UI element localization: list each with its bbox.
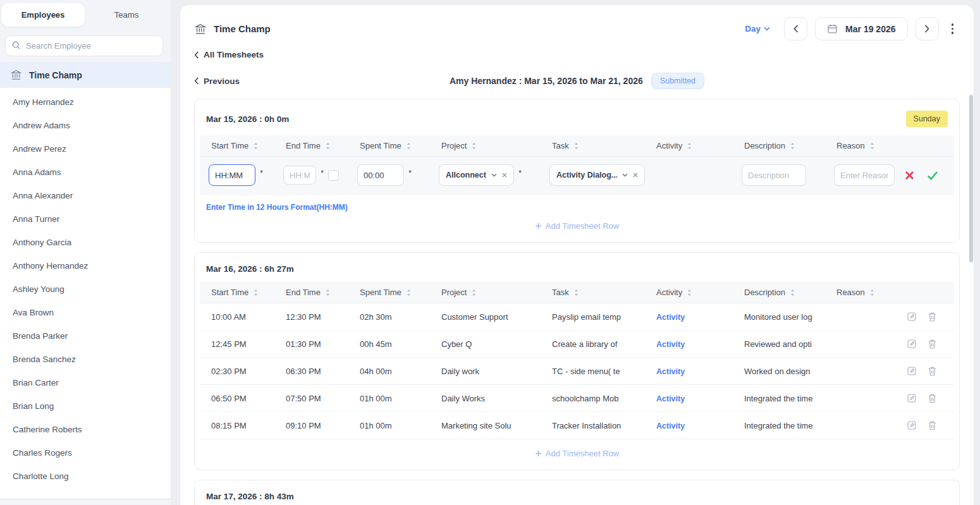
sort-icon xyxy=(790,289,795,296)
employee-name: Anthony Garcia xyxy=(13,238,71,247)
status-badge: Submitted xyxy=(651,73,704,89)
sort-icon xyxy=(325,142,331,150)
sidebar-item-employee[interactable]: Ashley Young xyxy=(0,277,171,301)
activity-link[interactable]: Activity xyxy=(656,367,685,376)
column-header[interactable]: Task xyxy=(541,288,645,297)
cell-task: schoolchamp Mob xyxy=(541,394,645,403)
table-row: 06:50 PM 07:50 PM 01h 00m Daily Works sc… xyxy=(200,385,954,412)
sidebar-item-employee[interactable]: Brian Long xyxy=(0,394,171,418)
end-time-input[interactable] xyxy=(283,166,316,185)
period-label: Day xyxy=(745,24,761,33)
description-input[interactable] xyxy=(742,164,806,186)
start-time-input[interactable] xyxy=(209,164,255,186)
previous-label: Previous xyxy=(204,76,240,86)
column-header[interactable]: Activity xyxy=(645,288,733,297)
more-options-button[interactable] xyxy=(946,20,959,38)
sidebar-item-employee[interactable]: Brenda Sanchez xyxy=(0,348,171,371)
date-picker-button[interactable]: Mar 19 2026 xyxy=(815,17,907,40)
tab-employees[interactable]: Employees xyxy=(1,3,85,27)
column-header[interactable]: Activity xyxy=(645,141,733,150)
delete-row-icon[interactable] xyxy=(928,420,937,430)
chevron-down-icon xyxy=(622,173,628,177)
employee-name: Brenda Sanchez xyxy=(13,355,76,364)
column-header[interactable]: Reason xyxy=(825,288,889,297)
column-header[interactable]: Spent Time xyxy=(348,288,430,297)
column-header[interactable]: End Time xyxy=(274,288,348,297)
clear-icon[interactable] xyxy=(633,173,638,178)
project-select[interactable]: Allconnect xyxy=(439,164,514,186)
sidebar-item-employee[interactable]: Charles Rogers xyxy=(0,441,171,465)
end-time-checkbox[interactable] xyxy=(328,170,339,181)
edit-row-icon[interactable] xyxy=(907,366,917,376)
sidebar-item-employee[interactable]: Anthony Garcia xyxy=(0,231,171,254)
add-timesheet-row-button[interactable]: Add Timesheet Row xyxy=(200,439,954,465)
clear-icon[interactable] xyxy=(502,173,507,178)
activity-link[interactable]: Activity xyxy=(656,422,685,430)
edit-row-icon[interactable] xyxy=(907,312,917,322)
column-header[interactable]: Start Time xyxy=(200,288,274,297)
cell-spent-time: 01h 00m xyxy=(348,421,430,430)
activity-link[interactable]: Activity xyxy=(656,313,685,322)
confirm-icon[interactable] xyxy=(927,171,938,180)
employee-list: Amy HernandezAndrew AdamsAndrew PerezAnn… xyxy=(0,88,171,488)
previous-link[interactable]: Previous xyxy=(194,76,314,86)
column-header-label: Task xyxy=(552,141,569,150)
sidebar-item-employee[interactable]: Charlotte Long xyxy=(0,465,171,488)
edit-row-icon[interactable] xyxy=(907,420,917,430)
sidebar-item-employee[interactable]: Brenda Parker xyxy=(0,324,171,348)
sidebar-item-employee[interactable]: Anna Adams xyxy=(0,161,171,184)
chevron-down-icon xyxy=(764,27,770,31)
column-header[interactable]: End Time xyxy=(274,141,348,150)
period-dropdown[interactable]: Day xyxy=(745,24,770,33)
spent-time-input[interactable] xyxy=(357,164,404,186)
next-date-button[interactable] xyxy=(916,17,939,40)
add-timesheet-row-button[interactable]: Add Timesheet Row xyxy=(200,212,954,237)
sidebar-item-employee[interactable]: Anna Alexander xyxy=(0,184,171,207)
task-select[interactable]: Activity Dialog... xyxy=(549,164,645,186)
column-header[interactable]: Description xyxy=(733,141,825,150)
column-header[interactable]: Spent Time xyxy=(348,141,430,150)
cancel-icon[interactable] xyxy=(905,171,914,180)
back-all-timesheets[interactable]: All Timesheets xyxy=(180,40,278,59)
delete-row-icon[interactable] xyxy=(928,393,937,403)
sidebar-item-org[interactable]: Time Champ xyxy=(0,62,171,88)
delete-row-icon[interactable] xyxy=(928,339,937,349)
sidebar-item-employee[interactable]: Anna Turner xyxy=(0,207,171,231)
edit-row-icon[interactable] xyxy=(907,393,917,403)
prev-date-button[interactable] xyxy=(784,17,807,40)
sidebar-item-employee[interactable]: Amy Hernandez xyxy=(0,90,171,114)
employee-name: Brian Long xyxy=(13,401,54,411)
search-icon xyxy=(11,40,21,52)
reason-input[interactable] xyxy=(834,164,895,186)
sidebar-item-employee[interactable]: Andrew Perez xyxy=(0,137,171,161)
delete-row-icon[interactable] xyxy=(928,312,937,322)
column-header[interactable]: Description xyxy=(733,288,825,297)
sidebar-item-employee[interactable]: Andrew Adams xyxy=(0,114,171,137)
edit-row-icon[interactable] xyxy=(907,339,917,349)
employee-name: Charlotte Long xyxy=(13,472,69,481)
search-employee-input[interactable] xyxy=(5,35,163,56)
sidebar-item-employee[interactable]: Ava Brown xyxy=(0,301,171,324)
chevron-left-icon xyxy=(194,77,199,85)
tab-teams[interactable]: Teams xyxy=(85,3,168,27)
column-header[interactable]: Start Time xyxy=(200,141,274,150)
table-row: 10:00 AM 12:30 PM 02h 30m Customer Suppo… xyxy=(200,303,954,331)
cell-task: Tracker Installation xyxy=(541,421,645,430)
activity-link[interactable]: Activity xyxy=(656,394,685,403)
sidebar-item-employee[interactable]: Catherine Roberts xyxy=(0,418,171,441)
employee-name: Catherine Roberts xyxy=(13,425,82,434)
cell-start-time: 06:50 PM xyxy=(200,394,274,403)
column-header[interactable]: Task xyxy=(541,141,645,150)
column-header[interactable]: Project xyxy=(430,141,541,150)
column-header-label: Description xyxy=(744,141,785,150)
sidebar-item-employee[interactable]: Anthony Hernandez xyxy=(0,254,171,277)
employee-name: Amy Hernandez xyxy=(13,97,74,107)
activity-link[interactable]: Activity xyxy=(656,340,685,349)
column-header[interactable]: Project xyxy=(430,288,541,297)
delete-row-icon[interactable] xyxy=(928,366,937,376)
sidebar-item-employee[interactable]: Brian Carter xyxy=(0,371,171,394)
vertical-scrollbar[interactable] xyxy=(969,95,973,262)
cell-description: Worked on design xyxy=(733,367,825,376)
column-header[interactable]: Reason xyxy=(825,141,889,150)
cell-spent-time: 01h 00m xyxy=(348,394,430,403)
